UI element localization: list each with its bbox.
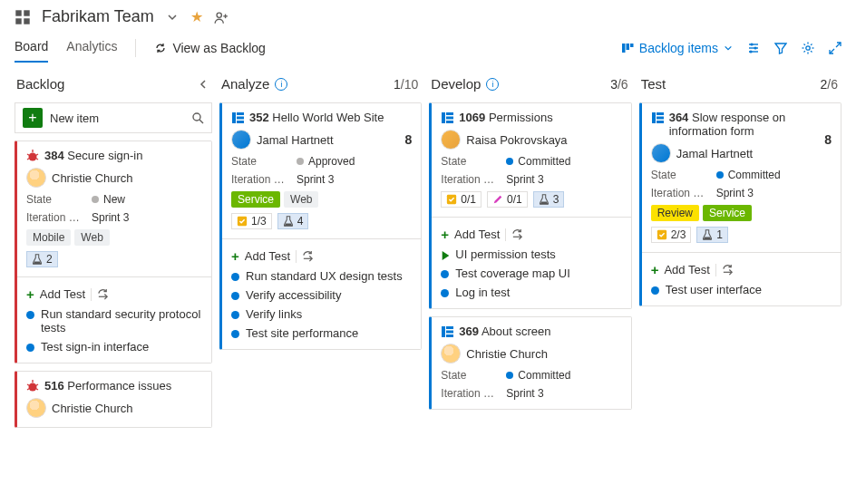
add-test-button[interactable]: +Add Test <box>231 248 412 264</box>
test-item[interactable]: Test coverage map UI <box>441 267 621 280</box>
avatar <box>651 143 671 163</box>
test-item[interactable]: UI permission tests <box>441 247 621 261</box>
iteration-value: Sprint 3 <box>92 211 129 224</box>
avatar <box>26 168 46 188</box>
assignee-name: Jamal Hartnett <box>676 147 754 160</box>
work-item-id: 1069 <box>459 111 485 124</box>
filter-icon[interactable] <box>774 42 787 54</box>
state-value: Committed <box>518 155 570 168</box>
state-value: Committed <box>728 169 781 181</box>
column-capacity: /10 <box>401 77 418 92</box>
open-test-icon[interactable] <box>97 288 109 300</box>
cycle-icon <box>154 42 167 54</box>
test-item[interactable]: Run standard UX design tests <box>231 269 412 283</box>
settings-gear-icon[interactable] <box>802 42 814 54</box>
test-item[interactable]: Run standard security protocol tests <box>26 307 202 334</box>
card-364[interactable]: 364 Slow response on information form Ja… <box>639 102 841 306</box>
kanban-board: Backlog + New item 384 Secure sign-in Ch… <box>0 63 856 442</box>
fullscreen-icon[interactable] <box>829 42 841 54</box>
pencil-icon <box>492 194 503 205</box>
tab-board[interactable]: Board <box>15 34 48 63</box>
view-as-label: View as Backlog <box>172 41 265 55</box>
tag[interactable]: Review <box>651 205 699 221</box>
open-test-icon[interactable] <box>302 250 314 262</box>
assignee-name: Raisa Pokrovskaya <box>466 133 567 147</box>
assignee-name: Christie Church <box>52 171 133 185</box>
card-1069[interactable]: 1069 Permissions Raisa Pokrovskaya State… <box>429 102 631 309</box>
toolbar-right: Backlog items <box>621 41 841 55</box>
assignee[interactable]: Christie Church <box>26 168 202 188</box>
flask-icon <box>702 229 713 240</box>
collapse-column-icon[interactable] <box>198 79 209 90</box>
tag[interactable]: Mobile <box>26 229 71 246</box>
team-members-icon[interactable] <box>214 10 229 24</box>
new-item-button[interactable]: + New item <box>15 102 212 133</box>
plus-icon: + <box>231 248 239 264</box>
open-test-icon[interactable] <box>511 228 523 240</box>
test-count-badge[interactable]: 1 <box>696 227 728 243</box>
column-develop: Developi 3/6 1069 Permissions Raisa Pokr… <box>429 74 631 410</box>
chevron-down-icon[interactable] <box>165 10 180 24</box>
state-dot-icon <box>297 158 304 165</box>
avatar <box>26 398 46 418</box>
task-count-badge[interactable]: 2/3 <box>651 227 692 243</box>
backlog-level-selector[interactable]: Backlog items <box>621 41 733 55</box>
pbi-icon <box>441 325 453 338</box>
assignee[interactable]: Raisa Pokrovskaya <box>441 130 621 150</box>
assignee[interactable]: Christie Church <box>26 398 202 418</box>
test-item[interactable]: Verify accessibility <box>231 288 412 302</box>
test-count-badge[interactable]: 4 <box>277 213 309 229</box>
plus-icon: + <box>23 108 43 128</box>
task-count-badge[interactable]: 1/3 <box>231 213 272 229</box>
plus-icon: + <box>441 227 449 242</box>
tag[interactable]: Service <box>231 191 280 208</box>
tab-analytics[interactable]: Analytics <box>66 34 117 63</box>
task-icon <box>237 216 248 227</box>
favorite-star-icon[interactable]: ★ <box>190 8 203 25</box>
column-capacity: /6 <box>618 77 628 92</box>
bug-icon <box>26 380 39 393</box>
state-dot-icon <box>506 372 513 379</box>
add-test-button[interactable]: +Add Test <box>441 227 621 242</box>
test-item[interactable]: Test sign-in interface <box>26 340 202 354</box>
card-369[interactable]: 369 About screen Christie Church StateCo… <box>429 316 631 410</box>
card-352[interactable]: 352 Hello World Web Site Jamal Hartnett … <box>219 102 422 350</box>
add-test-button[interactable]: +Add Test <box>651 262 832 277</box>
test-item[interactable]: Test site performance <box>231 326 412 340</box>
kanban-icon <box>621 42 634 54</box>
search-icon[interactable] <box>191 111 204 124</box>
open-test-icon[interactable] <box>722 264 734 276</box>
test-count-badge[interactable]: 3 <box>533 191 565 208</box>
test-count-badge[interactable]: 2 <box>26 251 58 267</box>
column-title: Analyze <box>221 76 269 92</box>
view-as-backlog[interactable]: View as Backlog <box>154 41 265 55</box>
assignee[interactable]: Jamal Hartnett <box>231 130 412 150</box>
tag[interactable]: Service <box>703 205 752 221</box>
task-count-badge[interactable]: 0/1 <box>441 191 482 208</box>
card-384[interactable]: 384 Secure sign-in Christie Church State… <box>15 141 212 363</box>
status-dot-icon <box>441 270 449 278</box>
pbi-icon <box>441 111 453 124</box>
test-item[interactable]: Verify links <box>231 307 412 321</box>
options-icon[interactable] <box>747 42 760 54</box>
test-item[interactable]: Log in test <box>441 286 621 299</box>
avatar <box>231 130 251 150</box>
test-item[interactable]: Test user interface <box>651 283 832 296</box>
card-516[interactable]: 516 Performance issues Christie Church <box>15 371 212 428</box>
state-dot-icon <box>506 158 513 165</box>
plus-icon: + <box>26 286 34 302</box>
work-item-id: 369 <box>459 325 479 338</box>
work-item-id: 352 <box>249 111 269 124</box>
work-item-title: About screen <box>482 325 551 338</box>
assignee[interactable]: Jamal Hartnett <box>651 143 832 163</box>
assignee[interactable]: Christie Church <box>441 344 621 363</box>
add-test-button[interactable]: +Add Test <box>26 286 202 302</box>
status-dot-icon <box>231 292 239 300</box>
assignee-name: Christie Church <box>466 347 548 361</box>
info-icon[interactable]: i <box>275 78 287 91</box>
info-icon[interactable]: i <box>486 78 499 91</box>
tag[interactable]: Web <box>74 229 109 246</box>
bug-count-badge[interactable]: 0/1 <box>487 191 528 208</box>
tag[interactable]: Web <box>284 191 318 208</box>
project-title: Fabrikam Team <box>42 7 154 26</box>
